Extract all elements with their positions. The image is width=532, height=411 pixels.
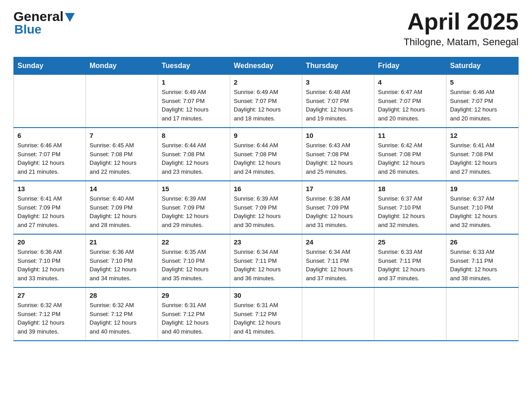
day-number: 15 <box>162 185 226 193</box>
day-info: Sunrise: 6:44 AMSunset: 7:08 PMDaylight:… <box>234 141 298 176</box>
calendar-cell: 20Sunrise: 6:36 AMSunset: 7:10 PMDayligh… <box>14 234 86 287</box>
day-number: 5 <box>450 78 515 86</box>
day-number: 16 <box>234 185 298 193</box>
calendar-cell: 24Sunrise: 6:34 AMSunset: 7:11 PMDayligh… <box>302 234 374 287</box>
day-info: Sunrise: 6:49 AMSunset: 7:07 PMDaylight:… <box>234 88 298 123</box>
day-number: 2 <box>234 78 298 86</box>
day-info: Sunrise: 6:35 AMSunset: 7:10 PMDaylight:… <box>162 248 226 283</box>
day-number: 17 <box>306 185 370 193</box>
day-info: Sunrise: 6:43 AMSunset: 7:08 PMDaylight:… <box>306 141 370 176</box>
day-info: Sunrise: 6:41 AMSunset: 7:08 PMDaylight:… <box>450 141 515 176</box>
header-sunday: Sunday <box>14 57 86 75</box>
logo-general-text: General <box>13 9 64 24</box>
logo-arrow-icon <box>65 13 75 22</box>
calendar-cell: 25Sunrise: 6:33 AMSunset: 7:11 PMDayligh… <box>374 234 446 287</box>
calendar-cell: 2Sunrise: 6:49 AMSunset: 7:07 PMDaylight… <box>230 75 302 128</box>
day-info: Sunrise: 6:39 AMSunset: 7:09 PMDaylight:… <box>234 194 298 229</box>
day-number: 4 <box>378 78 442 86</box>
calendar-cell: 29Sunrise: 6:31 AMSunset: 7:12 PMDayligh… <box>158 287 230 341</box>
calendar-cell: 21Sunrise: 6:36 AMSunset: 7:10 PMDayligh… <box>86 234 158 287</box>
day-header-row: Sunday Monday Tuesday Wednesday Thursday… <box>14 57 519 75</box>
day-number: 11 <box>378 132 442 139</box>
calendar-cell: 19Sunrise: 6:37 AMSunset: 7:10 PMDayligh… <box>446 181 519 234</box>
day-info: Sunrise: 6:39 AMSunset: 7:09 PMDaylight:… <box>162 194 226 229</box>
calendar-cell: 22Sunrise: 6:35 AMSunset: 7:10 PMDayligh… <box>158 234 230 287</box>
day-number: 19 <box>450 185 515 193</box>
day-info: Sunrise: 6:32 AMSunset: 7:12 PMDaylight:… <box>17 301 82 336</box>
header-wednesday: Wednesday <box>230 57 302 75</box>
calendar-cell: 10Sunrise: 6:43 AMSunset: 7:08 PMDayligh… <box>302 128 374 181</box>
day-info: Sunrise: 6:46 AMSunset: 7:07 PMDaylight:… <box>450 88 515 123</box>
calendar-week-1: 1Sunrise: 6:49 AMSunset: 7:07 PMDaylight… <box>14 75 519 128</box>
day-number: 25 <box>378 238 442 246</box>
calendar-cell: 17Sunrise: 6:38 AMSunset: 7:09 PMDayligh… <box>302 181 374 234</box>
day-info: Sunrise: 6:40 AMSunset: 7:09 PMDaylight:… <box>90 194 154 229</box>
calendar-cell <box>14 75 86 128</box>
day-number: 14 <box>90 185 154 193</box>
calendar-cell: 15Sunrise: 6:39 AMSunset: 7:09 PMDayligh… <box>158 181 230 234</box>
calendar-cell: 27Sunrise: 6:32 AMSunset: 7:12 PMDayligh… <box>14 287 86 341</box>
day-number: 29 <box>162 291 226 299</box>
calendar-week-2: 6Sunrise: 6:46 AMSunset: 7:07 PMDaylight… <box>14 128 519 181</box>
day-number: 9 <box>234 132 298 139</box>
calendar-cell: 23Sunrise: 6:34 AMSunset: 7:11 PMDayligh… <box>230 234 302 287</box>
calendar-cell: 14Sunrise: 6:40 AMSunset: 7:09 PMDayligh… <box>86 181 158 234</box>
header-friday: Friday <box>374 57 446 75</box>
day-number: 12 <box>450 132 515 139</box>
calendar-cell: 13Sunrise: 6:41 AMSunset: 7:09 PMDayligh… <box>14 181 86 234</box>
calendar-cell: 8Sunrise: 6:44 AMSunset: 7:08 PMDaylight… <box>158 128 230 181</box>
calendar-cell: 12Sunrise: 6:41 AMSunset: 7:08 PMDayligh… <box>446 128 519 181</box>
day-number: 8 <box>162 132 226 139</box>
day-info: Sunrise: 6:32 AMSunset: 7:12 PMDaylight:… <box>90 301 154 336</box>
day-info: Sunrise: 6:44 AMSunset: 7:08 PMDaylight:… <box>162 141 226 176</box>
page-title: April 2025 <box>403 9 519 34</box>
logo-blue-text: Blue <box>13 22 75 37</box>
day-number: 20 <box>17 238 82 246</box>
day-number: 27 <box>17 291 82 299</box>
calendar-cell: 1Sunrise: 6:49 AMSunset: 7:07 PMDaylight… <box>158 75 230 128</box>
day-number: 22 <box>162 238 226 246</box>
calendar-cell: 26Sunrise: 6:33 AMSunset: 7:11 PMDayligh… <box>446 234 519 287</box>
day-number: 21 <box>90 238 154 246</box>
calendar-week-3: 13Sunrise: 6:41 AMSunset: 7:09 PMDayligh… <box>14 181 519 234</box>
header-tuesday: Tuesday <box>158 57 230 75</box>
calendar-cell: 7Sunrise: 6:45 AMSunset: 7:08 PMDaylight… <box>86 128 158 181</box>
header-thursday: Thursday <box>302 57 374 75</box>
calendar-cell: 9Sunrise: 6:44 AMSunset: 7:08 PMDaylight… <box>230 128 302 181</box>
day-number: 26 <box>450 238 515 246</box>
calendar-cell <box>446 287 519 341</box>
day-info: Sunrise: 6:37 AMSunset: 7:10 PMDaylight:… <box>378 194 442 229</box>
day-info: Sunrise: 6:45 AMSunset: 7:08 PMDaylight:… <box>90 141 154 176</box>
day-info: Sunrise: 6:48 AMSunset: 7:07 PMDaylight:… <box>306 88 370 123</box>
calendar-table: Sunday Monday Tuesday Wednesday Thursday… <box>13 57 519 341</box>
day-info: Sunrise: 6:31 AMSunset: 7:12 PMDaylight:… <box>234 301 298 336</box>
day-info: Sunrise: 6:46 AMSunset: 7:07 PMDaylight:… <box>17 141 82 176</box>
calendar-cell: 4Sunrise: 6:47 AMSunset: 7:07 PMDaylight… <box>374 75 446 128</box>
day-info: Sunrise: 6:36 AMSunset: 7:10 PMDaylight:… <box>17 248 82 283</box>
day-number: 1 <box>162 78 226 86</box>
calendar-cell: 16Sunrise: 6:39 AMSunset: 7:09 PMDayligh… <box>230 181 302 234</box>
calendar-cell <box>86 75 158 128</box>
calendar-cell <box>302 287 374 341</box>
day-info: Sunrise: 6:34 AMSunset: 7:11 PMDaylight:… <box>234 248 298 283</box>
day-number: 10 <box>306 132 370 139</box>
day-number: 7 <box>90 132 154 139</box>
calendar-cell: 5Sunrise: 6:46 AMSunset: 7:07 PMDaylight… <box>446 75 519 128</box>
svg-marker-0 <box>65 13 75 22</box>
header-monday: Monday <box>86 57 158 75</box>
calendar-cell: 3Sunrise: 6:48 AMSunset: 7:07 PMDaylight… <box>302 75 374 128</box>
day-number: 24 <box>306 238 370 246</box>
calendar-cell <box>374 287 446 341</box>
calendar-header: Sunday Monday Tuesday Wednesday Thursday… <box>14 57 519 75</box>
calendar-cell: 11Sunrise: 6:42 AMSunset: 7:08 PMDayligh… <box>374 128 446 181</box>
day-info: Sunrise: 6:38 AMSunset: 7:09 PMDaylight:… <box>306 194 370 229</box>
page-header: General Blue April 2025 Thilogne, Matam,… <box>13 9 519 48</box>
day-info: Sunrise: 6:31 AMSunset: 7:12 PMDaylight:… <box>162 301 226 336</box>
page-subtitle: Thilogne, Matam, Senegal <box>403 36 519 48</box>
calendar-week-4: 20Sunrise: 6:36 AMSunset: 7:10 PMDayligh… <box>14 234 519 287</box>
day-info: Sunrise: 6:42 AMSunset: 7:08 PMDaylight:… <box>378 141 442 176</box>
day-number: 13 <box>17 185 82 193</box>
day-info: Sunrise: 6:41 AMSunset: 7:09 PMDaylight:… <box>17 194 82 229</box>
day-number: 6 <box>17 132 82 139</box>
day-number: 18 <box>378 185 442 193</box>
